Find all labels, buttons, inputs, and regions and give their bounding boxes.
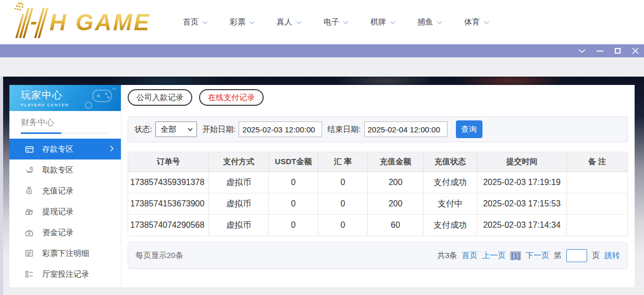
app-window: H GAME 首页 彩票 真人 电子 棋牌 <box>0 0 644 295</box>
cell-usdt-amount: 0 <box>269 172 318 193</box>
cell-order-no: 1738574359391378 <box>128 172 209 193</box>
nav-item-fishing[interactable]: 捕鱼 <box>417 17 442 27</box>
banknote-icon <box>25 207 34 216</box>
status-select[interactable]: 全部 <box>155 121 197 137</box>
tab-online-payment-records[interactable]: 在线支付记录 <box>199 89 264 106</box>
page-suffix-label: 页 <box>592 251 600 261</box>
next-page-link[interactable]: 下一页 <box>526 251 549 261</box>
nav-item-home[interactable]: 首页 <box>183 17 208 27</box>
window-minimize-icon[interactable] <box>596 47 603 55</box>
search-button[interactable]: 查询 <box>456 120 482 138</box>
sidebar-item-label: 充值记录 <box>42 186 73 196</box>
table-row: 1738574074290568 虚拟币 0 0 60 支付成功 2025-02… <box>128 215 628 236</box>
sidebar-item-label: 彩票下注明细 <box>42 249 89 259</box>
sidebar-item-label: 取款专区 <box>42 165 73 175</box>
nav-item-lottery[interactable]: 彩票 <box>230 17 255 27</box>
cell-remark <box>567 172 628 193</box>
col-header-usdt-amount: USDT金额 <box>269 152 318 172</box>
sidebar-item-label: 存款专区 <box>42 144 73 154</box>
chevron-down-icon <box>296 21 302 24</box>
cell-payment-method: 虚拟币 <box>209 215 269 236</box>
pager: 共3条 首页 上一页 [1] 下一页 第 页 跳转 <box>437 249 620 262</box>
purse-icon <box>25 228 34 237</box>
start-date-input[interactable] <box>239 121 322 137</box>
col-header-recharge-status: 充值状态 <box>424 152 477 172</box>
cell-usdt-amount: 0 <box>269 193 318 215</box>
first-page-link[interactable]: 首页 <box>462 251 477 261</box>
sidebar-item-label: 资金记录 <box>42 228 73 238</box>
sidebar-item-deposit-zone[interactable]: 存款专区 <box>9 139 121 159</box>
site-logo[interactable]: H GAME <box>7 4 151 41</box>
current-page-indicator[interactable]: [1] <box>510 251 521 260</box>
col-header-order-no: 订单号 <box>128 152 209 172</box>
money-bag-icon <box>25 187 34 195</box>
cell-recharge-amount: 200 <box>368 193 424 215</box>
cell-exchange-rate: 0 <box>318 215 368 236</box>
withdraw-hand-icon <box>25 166 34 174</box>
window-collapse-icon[interactable] <box>578 47 586 55</box>
col-header-exchange-rate: 汇 率 <box>318 152 368 172</box>
cell-remark <box>567 193 628 215</box>
start-date-label: 开始日期: <box>202 125 236 134</box>
cell-recharge-status: 支付成功 <box>424 172 477 193</box>
status-select-value: 全部 <box>160 125 176 134</box>
nav-item-board-games[interactable]: 棋牌 <box>370 17 395 27</box>
left-scroll-strip <box>0 77 3 295</box>
checklist-icon <box>25 270 34 278</box>
cell-submit-time: 2025-02-03 17:14:34 <box>477 215 567 236</box>
sidebar-item-label: 厅室投注记录 <box>42 269 89 279</box>
cell-recharge-amount: 200 <box>368 172 424 193</box>
col-header-remark: 备 注 <box>567 152 628 172</box>
col-header-submit-time: 提交时间 <box>477 152 567 172</box>
sidebar-item-funds-records[interactable]: 资金记录 <box>9 222 121 243</box>
record-tabs: 公司入款记录 在线支付记录 <box>128 89 628 106</box>
status-label: 状态: <box>134 125 152 134</box>
chevron-right-icon <box>110 145 114 152</box>
sidebar-item-recharge-records[interactable]: 充值记录 <box>9 180 121 201</box>
tab-company-deposit-records[interactable]: 公司入款记录 <box>128 89 192 106</box>
cell-exchange-rate: 0 <box>318 193 368 215</box>
window-close-icon[interactable] <box>631 47 639 55</box>
nav-item-live[interactable]: 真人 <box>277 17 302 27</box>
jump-page-link[interactable]: 跳转 <box>604 251 620 261</box>
cell-submit-time: 2025-02-03 17:15:53 <box>477 193 567 215</box>
cell-usdt-amount: 0 <box>269 215 318 236</box>
chevron-down-icon <box>390 21 395 24</box>
end-date-label: 结束日期: <box>327 125 361 134</box>
deposit-card-icon <box>25 145 34 153</box>
chevron-down-icon <box>437 21 442 24</box>
filter-bar: 状态: 全部 开始日期: 结束日期: 查询 <box>128 116 628 142</box>
site-header: H GAME 首页 彩票 真人 电子 棋牌 <box>0 0 644 44</box>
window-maximize-icon[interactable] <box>614 47 621 55</box>
logo-text: H GAME <box>49 9 151 35</box>
chevron-down-icon <box>343 21 349 24</box>
page-number-input[interactable] <box>566 249 587 262</box>
cell-exchange-rate: 0 <box>318 172 368 193</box>
cell-order-no: 1738574074290568 <box>128 215 209 236</box>
sidebar-item-label: 提现记录 <box>42 207 73 217</box>
prev-page-link[interactable]: 上一页 <box>482 251 505 261</box>
cell-recharge-amount: 60 <box>368 215 424 236</box>
player-center-panel: 玩家中心 PLAYERS CENTER 财务中心 存款专区 <box>9 85 635 287</box>
sidebar: 玩家中心 PLAYERS CENTER 财务中心 存款专区 <box>9 85 121 287</box>
sidebar-item-hall-bet-records[interactable]: 厅室投注记录 <box>9 264 121 285</box>
nav-item-sports[interactable]: 体育 <box>464 17 489 27</box>
nav-item-slots[interactable]: 电子 <box>324 17 349 27</box>
sidebar-item-withdrawal-records[interactable]: 提现记录 <box>9 201 121 222</box>
chevron-down-icon <box>202 21 208 24</box>
col-header-recharge-amount: 充值金额 <box>368 152 424 172</box>
payment-records-table: 订单号 支付方式 USDT金额 汇 率 充值金额 充值状态 提交时间 备 注 1… <box>128 152 628 236</box>
main-nav: 首页 彩票 真人 电子 棋牌 捕鱼 <box>183 17 489 27</box>
sidebar-item-withdraw-zone[interactable]: 取款专区 <box>9 159 121 180</box>
pagination-bar: 每页显示20条 共3条 首页 上一页 [1] 下一页 第 页 跳转 <box>128 242 628 269</box>
logo-h-icon <box>15 7 48 38</box>
chevron-down-icon <box>484 21 489 24</box>
sidebar-item-lottery-bet-details[interactable]: 彩票下注明细 <box>9 243 121 264</box>
total-count-label: 共3条 <box>437 251 457 261</box>
cell-recharge-status: 支付中 <box>424 193 477 215</box>
gamepad-icon <box>83 88 116 109</box>
cell-submit-time: 2025-02-03 17:19:19 <box>477 172 567 193</box>
cell-payment-method: 虚拟币 <box>209 172 269 193</box>
table-row: 1738574153673900 虚拟币 0 0 200 支付中 2025-02… <box>128 193 628 215</box>
end-date-input[interactable] <box>364 121 448 137</box>
